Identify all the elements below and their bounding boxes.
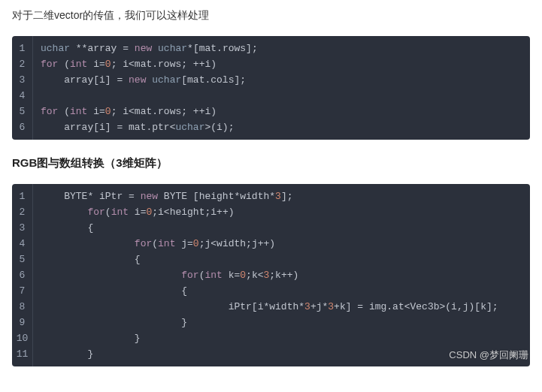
code-token — [41, 238, 135, 249]
code-token: i= — [129, 207, 146, 218]
code-line: for(int i=0;i<height;i++) — [33, 204, 234, 220]
code-row: 5for (int i=0; i<mat.rows; ++i) — [12, 104, 530, 119]
code-line: } — [33, 315, 187, 330]
code-row: 7 { — [12, 283, 530, 299]
code-token: i= — [87, 59, 104, 70]
code-token: ;k< — [246, 270, 263, 281]
line-number: 1 — [12, 36, 33, 56]
code-token: j= — [175, 238, 192, 249]
code-token: new — [135, 43, 152, 54]
line-number: 8 — [12, 299, 33, 315]
code-line: { — [33, 252, 141, 267]
line-number: 4 — [12, 88, 33, 104]
code-line: for(int j=0;j<width;j++) — [33, 236, 275, 252]
line-number: 2 — [12, 56, 33, 72]
code-token: array[i] = mat.ptr< — [41, 122, 175, 133]
code-token: new — [129, 74, 146, 86]
code-token — [41, 270, 181, 281]
code-token: int — [158, 238, 175, 249]
code-token: ( — [105, 207, 111, 218]
code-token: { — [41, 254, 141, 265]
code-token — [41, 90, 47, 101]
code-token: new — [141, 191, 158, 202]
code-token: +k] = img.at<Vec3b>(i,j)[k]; — [334, 301, 498, 312]
code-row: 6 for(int k=0;k<3;k++) — [12, 267, 530, 283]
code-row: 9 } — [12, 315, 530, 330]
code-line: array[i] = mat.ptr<uchar>(i); — [33, 119, 234, 140]
line-number: 5 — [12, 104, 33, 119]
code-row: 2 for(int i=0;i<height;i++) — [12, 204, 530, 220]
code-line: for (int i=0; i<mat.rows; ++i) — [33, 104, 216, 119]
code-row: 11 } — [12, 346, 530, 366]
line-number: 10 — [12, 330, 33, 346]
code-token: iPtr[i*width* — [41, 301, 304, 312]
code-token: uchar — [158, 43, 187, 54]
code-token: { — [41, 222, 93, 234]
code-row: 6 array[i] = mat.ptr<uchar>(i); — [12, 119, 530, 140]
code-token: for — [181, 270, 198, 281]
code-token: for — [41, 59, 58, 70]
code-row: 5 { — [12, 252, 530, 267]
code-token: int — [70, 59, 87, 70]
line-number: 11 — [12, 346, 33, 366]
code-line: for (int i=0; i<mat.rows; ++i) — [33, 56, 216, 72]
code-token: 3 — [304, 301, 310, 312]
code-token: int — [204, 270, 222, 281]
code-token: [mat.cols]; — [181, 74, 246, 86]
code-line: } — [33, 346, 93, 366]
code-line: } — [33, 330, 141, 346]
code-token: BYTE [height*width* — [158, 191, 275, 202]
code-token: for — [41, 106, 58, 117]
line-number: 4 — [12, 236, 33, 252]
code-row: 4 — [12, 88, 530, 104]
code-token: BYTE* iPtr = — [41, 191, 141, 202]
code-line: array[i] = new uchar[mat.cols]; — [33, 72, 246, 88]
code-token: 0 — [105, 106, 111, 117]
line-number: 3 — [12, 220, 33, 236]
code-row: 1uchar **array = new uchar*[mat.rows]; — [12, 36, 530, 56]
code-token: >(i); — [204, 122, 234, 133]
code-token: ]; — [281, 191, 293, 202]
code-token: **array = — [70, 43, 135, 54]
code-row: 3 array[i] = new uchar[mat.cols]; — [12, 72, 530, 88]
code-token: } — [41, 348, 93, 360]
code-token: ;i<height;i++) — [152, 207, 234, 218]
code-token: for — [87, 207, 104, 218]
line-number: 6 — [12, 119, 33, 140]
code-token: ( — [58, 106, 70, 117]
line-number: 6 — [12, 267, 33, 283]
code-token: 0 — [240, 270, 246, 281]
code-row: 2for (int i=0; i<mat.rows; ++i) — [12, 56, 530, 72]
code-token: ; i<mat.rows; ++i) — [111, 59, 216, 70]
code-line: { — [33, 220, 93, 236]
code-token: ;j<width;j++) — [199, 238, 275, 249]
code-token: } — [41, 317, 187, 328]
code-token: +j* — [310, 301, 328, 312]
code-token: ; i<mat.rows; ++i) — [111, 106, 216, 117]
code-token: 0 — [105, 59, 111, 70]
code-token: for — [135, 238, 152, 249]
line-number: 7 — [12, 283, 33, 299]
code-token: ;k++) — [269, 270, 298, 281]
code-line: uchar **array = new uchar*[mat.rows]; — [33, 36, 258, 56]
code-token: { — [41, 285, 187, 297]
code-line: { — [33, 283, 187, 299]
code-token: 3 — [275, 191, 281, 202]
code-token: *[mat.rows]; — [187, 43, 258, 54]
code-token: ( — [58, 59, 70, 70]
intro-paragraph: 对于二维vector的传值，我们可以这样处理 — [12, 9, 530, 23]
code-row: 8 iPtr[i*width*3+j*3+k] = img.at<Vec3b>(… — [12, 299, 530, 315]
code-token — [152, 43, 158, 54]
code-token: uchar — [152, 74, 181, 86]
code-token: i= — [87, 106, 104, 117]
code-line: iPtr[i*width*3+j*3+k] = img.at<Vec3b>(i,… — [33, 299, 498, 315]
line-number: 2 — [12, 204, 33, 220]
code-token: k= — [223, 270, 240, 281]
code-line: for(int k=0;k<3;k++) — [33, 267, 298, 283]
code-token: int — [111, 207, 129, 218]
section-heading: RGB图与数组转换（3维矩阵） — [12, 156, 530, 170]
code-token: uchar — [41, 43, 70, 54]
code-line: BYTE* iPtr = new BYTE [height*width*3]; — [33, 184, 292, 204]
code-token: ( — [152, 238, 158, 249]
code-token — [41, 207, 87, 218]
